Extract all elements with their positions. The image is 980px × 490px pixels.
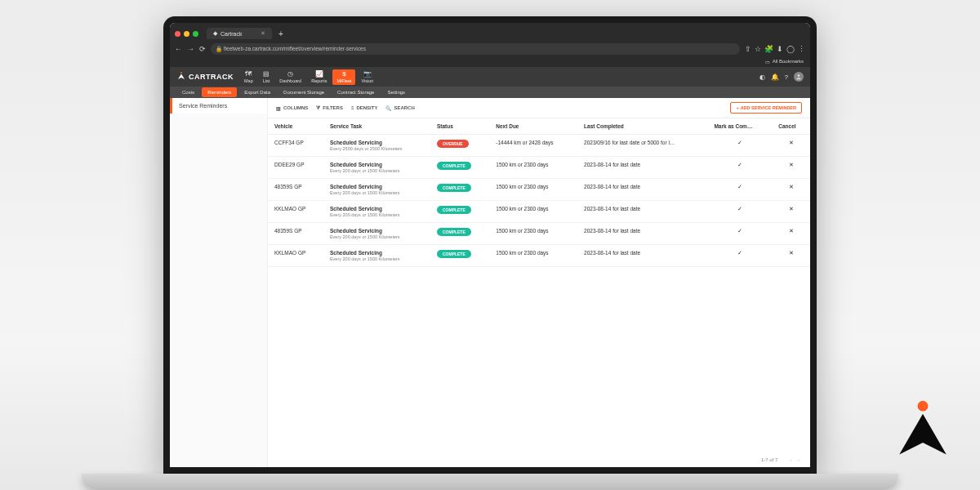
mark-complete-button[interactable]: ✓ bbox=[707, 201, 772, 223]
col-task[interactable]: Service Task bbox=[323, 118, 430, 135]
table-row[interactable]: 48359S GPScheduled ServicingEvery 200 da… bbox=[268, 179, 810, 201]
mark-complete-button[interactable]: ✓ bbox=[707, 179, 772, 201]
columns-button[interactable]: ▥ COLUMNS bbox=[276, 105, 308, 111]
brand-logo[interactable]: CARTRACK bbox=[176, 71, 234, 82]
map-icon: 🗺 bbox=[245, 71, 252, 78]
main-panel: ▥ COLUMNS ⧩ FILTERS ≡ DENSITY 🔍 SEARCH bbox=[268, 98, 810, 467]
cell-vehicle: 48359S GP bbox=[268, 223, 323, 245]
col-mark[interactable]: Mark as Com… bbox=[707, 118, 772, 135]
cell-status: Complete bbox=[430, 201, 489, 223]
minimize-window-icon[interactable] bbox=[184, 31, 189, 37]
filters-button[interactable]: ⧩ FILTERS bbox=[316, 105, 343, 111]
cancel-button[interactable]: ✕ bbox=[772, 201, 810, 223]
dollar-icon: $ bbox=[342, 71, 345, 78]
nav-item-label: Map bbox=[244, 78, 253, 83]
nav-item-map[interactable]: 🗺Map bbox=[240, 69, 257, 85]
subnav-item-reminders[interactable]: Reminders bbox=[202, 87, 237, 97]
cell-status: Complete bbox=[430, 223, 489, 245]
share-icon[interactable]: ⇧ bbox=[745, 45, 751, 53]
back-button[interactable]: ← bbox=[175, 45, 182, 53]
col-next-due[interactable]: Next Due bbox=[489, 118, 577, 135]
mark-complete-button[interactable]: ✓ bbox=[707, 135, 772, 157]
svg-point-2 bbox=[918, 401, 929, 412]
subnav-item-settings[interactable]: Settings bbox=[381, 87, 411, 97]
close-window-icon[interactable] bbox=[175, 31, 180, 37]
cell-vehicle: 48359S GP bbox=[268, 179, 323, 201]
bell-icon[interactable]: 🔔 bbox=[771, 74, 779, 81]
url-bar[interactable]: 🔒 fleetweb-za.cartrack.com/mifleet/overv… bbox=[211, 43, 740, 55]
col-cancel[interactable]: Cancel bbox=[772, 118, 810, 135]
cell-last-completed: 2023-08-14 for last date bbox=[577, 245, 707, 267]
browser-menu-icon[interactable]: ⋮ bbox=[798, 45, 805, 53]
cell-next-due: 1500 km or 2300 days bbox=[489, 245, 577, 267]
nav-item-list[interactable]: ▤List bbox=[259, 69, 274, 85]
table-row[interactable]: CCFF34 GPScheduled ServicingEvery 2500 d… bbox=[268, 135, 810, 157]
table-row[interactable]: DDEE29 GPScheduled ServicingEvery 200 da… bbox=[268, 157, 810, 179]
table-row[interactable]: KKLMAO GPScheduled ServicingEvery 200 da… bbox=[268, 201, 810, 223]
profile-icon[interactable]: ◯ bbox=[786, 45, 795, 53]
subnav-item-costs[interactable]: Costs bbox=[176, 87, 200, 97]
cell-last-completed: 2023-08-14 for last date bbox=[577, 223, 707, 245]
cell-task: Scheduled ServicingEvery 200 days or 150… bbox=[323, 157, 430, 179]
maximize-window-icon[interactable] bbox=[193, 31, 198, 37]
col-vehicle[interactable]: Vehicle bbox=[268, 118, 323, 135]
bookmark-icon[interactable]: ☆ bbox=[755, 45, 761, 53]
svg-point-1 bbox=[798, 74, 800, 77]
bookmarks-bar-label[interactable]: All Bookmarks bbox=[773, 59, 804, 65]
plus-icon: + bbox=[736, 105, 738, 110]
table-row[interactable]: KKLMAO GPScheduled ServicingEvery 200 da… bbox=[268, 245, 810, 267]
pagination-label: 1-7 of 7 bbox=[761, 457, 777, 462]
forward-button[interactable]: → bbox=[187, 45, 194, 53]
status-badge: Complete bbox=[437, 228, 471, 236]
nav-item-mifleet[interactable]: $MiFleet bbox=[332, 69, 355, 85]
main-nav: 🗺Map▤List◷Dashboard📈Reports$MiFleet📷Visi… bbox=[240, 69, 377, 85]
app-header: CARTRACK 🗺Map▤List◷Dashboard📈Reports$MiF… bbox=[170, 67, 810, 87]
browser-tab[interactable]: ◆ Cartrack ✕ bbox=[207, 28, 272, 39]
sidebar-item-service-reminders[interactable]: Service Reminders bbox=[170, 98, 267, 114]
gauge-icon: ◷ bbox=[287, 71, 293, 78]
cell-last-completed: 2023-08-14 for last date bbox=[577, 157, 707, 179]
reload-button[interactable]: ⟳ bbox=[199, 45, 206, 53]
cell-task: Scheduled ServicingEvery 200 days or 150… bbox=[323, 201, 430, 223]
cancel-button[interactable]: ✕ bbox=[772, 179, 810, 201]
cancel-button[interactable]: ✕ bbox=[772, 135, 810, 157]
cell-last-completed: 2023/09/16 for last date or 5000 for l… bbox=[577, 135, 707, 157]
tab-close-icon[interactable]: ✕ bbox=[261, 30, 265, 37]
download-icon[interactable]: ⬇ bbox=[777, 45, 783, 53]
nav-item-reports[interactable]: 📈Reports bbox=[307, 69, 331, 85]
extensions-icon[interactable]: 🧩 bbox=[764, 45, 773, 53]
tab-favicon: ◆ bbox=[213, 30, 217, 37]
cancel-button[interactable]: ✕ bbox=[772, 157, 810, 179]
window-controls[interactable] bbox=[175, 31, 198, 37]
help-icon[interactable]: ? bbox=[785, 74, 788, 81]
density-button[interactable]: ≡ DENSITY bbox=[351, 105, 378, 110]
col-status[interactable]: Status bbox=[430, 118, 489, 135]
brand-name: CARTRACK bbox=[189, 73, 234, 81]
cell-next-due: 1500 km or 2300 days bbox=[489, 179, 577, 201]
add-service-reminder-button[interactable]: + ADD SERVICE REMINDER bbox=[730, 102, 802, 114]
nav-item-label: Vision bbox=[361, 78, 373, 83]
sidebar: Service Reminders bbox=[170, 98, 268, 467]
nav-item-vision[interactable]: 📷Vision bbox=[357, 69, 377, 85]
subnav-item-contract-storage[interactable]: Contract Storage bbox=[332, 87, 380, 97]
new-tab-button[interactable]: + bbox=[275, 29, 287, 38]
mark-complete-button[interactable]: ✓ bbox=[707, 245, 772, 267]
col-last-completed[interactable]: Last Completed bbox=[577, 118, 707, 135]
page-next-button[interactable]: › bbox=[798, 457, 800, 462]
status-badge: Complete bbox=[437, 184, 471, 192]
subnav-item-export-data[interactable]: Export Data bbox=[238, 87, 276, 97]
page-prev-button[interactable]: ‹ bbox=[790, 457, 791, 462]
search-button[interactable]: 🔍 SEARCH bbox=[385, 105, 414, 111]
subnav-item-document-storage[interactable]: Document Storage bbox=[278, 87, 330, 97]
user-avatar[interactable] bbox=[794, 72, 804, 82]
cancel-button[interactable]: ✕ bbox=[772, 223, 810, 245]
url-text: fleetweb-za.cartrack.com/mifleet/overvie… bbox=[224, 46, 366, 51]
cancel-button[interactable]: ✕ bbox=[772, 245, 810, 267]
moon-icon[interactable]: ◐ bbox=[760, 74, 765, 81]
mark-complete-button[interactable]: ✓ bbox=[707, 223, 772, 245]
screen-content: ◆ Cartrack ✕ + ← → ⟳ 🔒 fleetweb-za.cartr… bbox=[170, 23, 810, 467]
mark-complete-button[interactable]: ✓ bbox=[707, 157, 772, 179]
table-row[interactable]: 48359S GPScheduled ServicingEvery 200 da… bbox=[268, 223, 810, 245]
nav-item-dashboard[interactable]: ◷Dashboard bbox=[275, 69, 305, 85]
camera-icon: 📷 bbox=[363, 71, 372, 78]
